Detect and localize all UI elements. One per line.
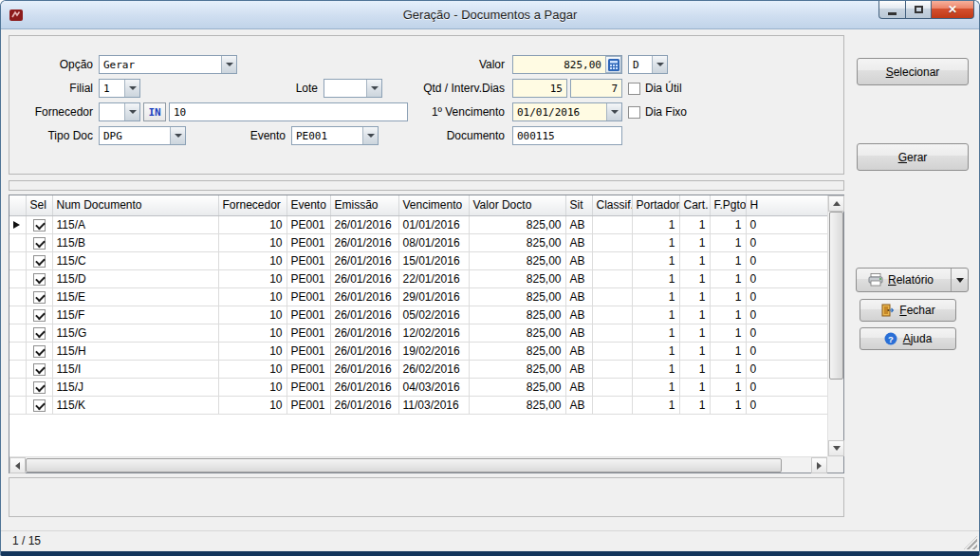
- interv-dias-input[interactable]: 7: [570, 79, 622, 98]
- cell-fornecedor[interactable]: 10: [218, 324, 287, 342]
- row-select-checkbox[interactable]: [33, 327, 46, 340]
- valor-input[interactable]: 825,00: [512, 55, 622, 74]
- table-row[interactable]: 115/C10PE00126/01/201615/01/2016825,00AB…: [9, 251, 827, 269]
- scroll-left-button[interactable]: [9, 457, 26, 473]
- cell-sit[interactable]: AB: [565, 396, 592, 414]
- cell-evento[interactable]: PE001: [287, 215, 330, 233]
- cell-fornecedor[interactable]: 10: [218, 396, 287, 414]
- cell-sit[interactable]: AB: [565, 287, 592, 306]
- selecionar-button[interactable]: Selecionar: [857, 58, 969, 85]
- cell-h[interactable]: 0: [746, 287, 827, 306]
- cell-emissao[interactable]: 26/01/2016: [330, 287, 398, 306]
- cell-vencimento[interactable]: 26/02/2016: [398, 360, 469, 378]
- cell-classif[interactable]: [592, 360, 632, 378]
- cell-emissao[interactable]: 26/01/2016: [330, 342, 398, 360]
- cell-valor[interactable]: 825,00: [469, 287, 565, 306]
- cell-fpgto[interactable]: 1: [710, 360, 746, 378]
- cell-portador[interactable]: 1: [632, 215, 679, 233]
- table-row[interactable]: 115/J10PE00126/01/201604/03/2016825,00AB…: [9, 378, 827, 396]
- cell-fpgto[interactable]: 1: [710, 378, 746, 396]
- filial-select[interactable]: 1: [99, 79, 140, 98]
- cell-fpgto[interactable]: 1: [710, 251, 746, 269]
- minimize-button[interactable]: [878, 1, 906, 19]
- cell-evento[interactable]: PE001: [287, 360, 330, 378]
- cell-fpgto[interactable]: 1: [710, 269, 746, 287]
- cell-cart[interactable]: 1: [679, 269, 710, 287]
- cell-h[interactable]: 0: [746, 251, 827, 269]
- cell-sit[interactable]: AB: [565, 360, 592, 378]
- cell-emissao[interactable]: 26/01/2016: [330, 378, 398, 396]
- cell-classif[interactable]: [592, 233, 632, 251]
- cell-classif[interactable]: [592, 306, 632, 324]
- cell-vencimento[interactable]: 11/03/2016: [398, 396, 469, 414]
- cell-vencimento[interactable]: 15/01/2016: [398, 251, 469, 269]
- cell-num[interactable]: 115/C: [52, 251, 218, 269]
- chevron-down-icon[interactable]: [606, 103, 621, 120]
- column-header-fpgto[interactable]: F.Pgto: [710, 195, 746, 215]
- table-row[interactable]: 115/B10PE00126/01/201608/01/2016825,00AB…: [9, 233, 827, 251]
- cell-emissao[interactable]: 26/01/2016: [330, 306, 398, 324]
- cell-sit[interactable]: AB: [565, 233, 592, 251]
- cell-evento[interactable]: PE001: [287, 287, 330, 306]
- cell-cart[interactable]: 1: [679, 324, 710, 342]
- cell-vencimento[interactable]: 04/03/2016: [398, 378, 469, 396]
- cell-num[interactable]: 115/A: [52, 215, 218, 233]
- cell-emissao[interactable]: 26/01/2016: [330, 251, 398, 269]
- cell-num[interactable]: 115/B: [52, 233, 218, 251]
- row-select-checkbox[interactable]: [33, 363, 46, 376]
- vertical-scrollbar-thumb[interactable]: [829, 212, 843, 380]
- cell-fpgto[interactable]: 1: [710, 396, 746, 414]
- documento-input[interactable]: 000115: [512, 126, 622, 145]
- cell-fornecedor[interactable]: 10: [218, 287, 287, 306]
- cell-classif[interactable]: [592, 215, 632, 233]
- table-row[interactable]: 115/E10PE00126/01/201629/01/2016825,00AB…: [9, 287, 827, 306]
- row-select-checkbox[interactable]: [33, 381, 46, 394]
- vencimento-date-select[interactable]: 01/01/2016: [512, 102, 622, 121]
- cell-cart[interactable]: 1: [679, 306, 710, 324]
- cell-cart[interactable]: 1: [679, 378, 710, 396]
- cell-num[interactable]: 115/D: [52, 269, 218, 287]
- cell-cart[interactable]: 1: [679, 233, 710, 251]
- relatorio-dropdown-button[interactable]: [951, 269, 968, 291]
- cell-evento[interactable]: PE001: [287, 378, 330, 396]
- cell-h[interactable]: 0: [746, 378, 827, 396]
- cell-sit[interactable]: AB: [565, 324, 592, 342]
- cell-portador[interactable]: 1: [632, 287, 679, 306]
- relatorio-button[interactable]: Relatório: [857, 269, 945, 291]
- cell-h[interactable]: 0: [746, 215, 827, 233]
- column-header-valor[interactable]: Valor Docto: [469, 195, 565, 215]
- row-select-checkbox[interactable]: [33, 273, 46, 286]
- cell-num[interactable]: 115/G: [52, 324, 218, 342]
- cell-sit[interactable]: AB: [565, 378, 592, 396]
- cell-fpgto[interactable]: 1: [710, 215, 746, 233]
- row-select-checkbox[interactable]: [33, 309, 46, 322]
- column-header-evento[interactable]: Evento: [287, 195, 330, 215]
- cell-sit[interactable]: AB: [565, 251, 592, 269]
- cell-vencimento[interactable]: 08/01/2016: [398, 233, 469, 251]
- cell-sit[interactable]: AB: [565, 215, 592, 233]
- column-header-h[interactable]: H: [746, 195, 827, 215]
- cell-portador[interactable]: 1: [632, 342, 679, 360]
- cell-num[interactable]: 115/H: [52, 342, 218, 360]
- cell-valor[interactable]: 825,00: [469, 396, 565, 414]
- cell-valor[interactable]: 825,00: [469, 269, 565, 287]
- cell-fpgto[interactable]: 1: [710, 233, 746, 251]
- cell-fornecedor[interactable]: 10: [218, 306, 287, 324]
- cell-num[interactable]: 115/K: [52, 396, 218, 414]
- dia-fixo-checkbox[interactable]: Dia Fixo: [628, 102, 687, 121]
- fechar-button[interactable]: Fechar: [860, 299, 956, 322]
- cell-valor[interactable]: 825,00: [469, 233, 565, 251]
- vertical-scrollbar[interactable]: [827, 195, 843, 456]
- column-header-portador[interactable]: Portador: [632, 195, 679, 215]
- cell-h[interactable]: 0: [746, 342, 827, 360]
- cell-h[interactable]: 0: [746, 324, 827, 342]
- cell-emissao[interactable]: 26/01/2016: [330, 233, 398, 251]
- table-row[interactable]: 115/D10PE00126/01/201622/01/2016825,00AB…: [9, 269, 827, 287]
- chevron-down-icon[interactable]: [124, 80, 139, 97]
- cell-h[interactable]: 0: [746, 360, 827, 378]
- cell-fpgto[interactable]: 1: [710, 324, 746, 342]
- row-select-checkbox[interactable]: [33, 219, 46, 232]
- horizontal-scrollbar-thumb[interactable]: [26, 458, 782, 473]
- cell-vencimento[interactable]: 12/02/2016: [398, 324, 469, 342]
- cell-vencimento[interactable]: 05/02/2016: [398, 306, 469, 324]
